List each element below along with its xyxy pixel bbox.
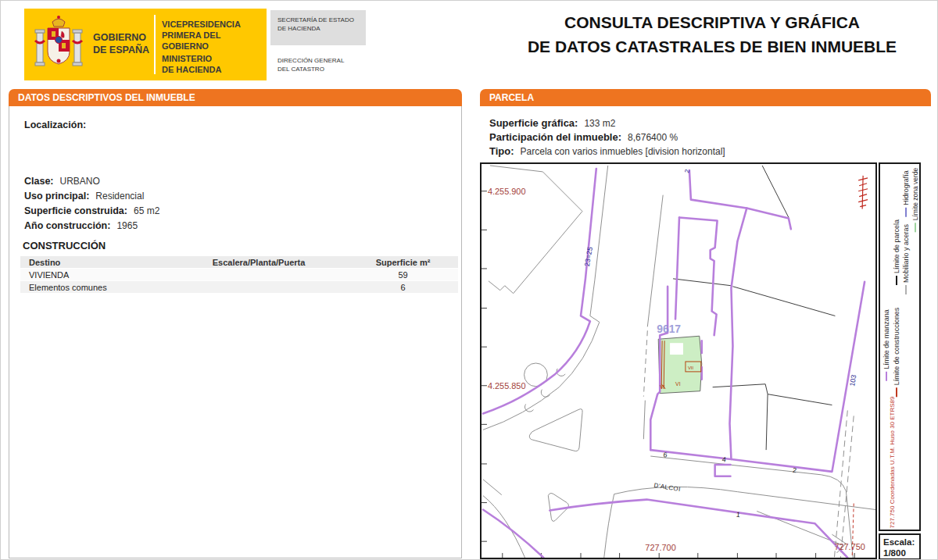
legend-item-zona-verde: Límite zona verde — [911, 168, 919, 233]
street-number-2: 2 — [793, 466, 797, 475]
field-uso-principal: Uso principal:Residencial — [24, 191, 144, 202]
survey-mark-icon — [858, 176, 868, 209]
field-tipo: Tipo:Parcela con varios inmuebles [divis… — [489, 145, 725, 157]
legend-item-construcciones: Límite de construcciones — [893, 308, 900, 398]
datos-descriptivos-header: DATOS DESCRIPTIVOS DEL INMUEBLE — [9, 89, 462, 106]
coord-label-east1: 727.700 — [645, 543, 675, 552]
field-superficie-grafica: Superficie gráfica:133 m2 — [489, 117, 615, 129]
field-superficie-construida: Superficie construida:65 m2 — [24, 205, 159, 216]
parcel-number-label: 9617 — [657, 323, 681, 335]
col-escalera: Escalera/Planta/Puerta — [169, 258, 349, 267]
construccion-section-title: CONSTRUCCIÓN — [23, 240, 106, 251]
parcela-header: PARCELA — [480, 89, 931, 106]
street-name-label: D'ALCOI — [653, 482, 681, 493]
logo-divider — [154, 15, 156, 74]
gobierno-espana-label: GOBIERNO DE ESPAÑA — [93, 31, 149, 56]
direccion-general-catastro-label: DIRECCIÓN GENERAL DEL CATASTRO — [277, 56, 344, 73]
ministerio-label: MINISTERIO DE HACIENDA — [162, 53, 221, 75]
street-number-labels: 6 4 2 1 — [663, 451, 797, 519]
legend-dash — [886, 372, 887, 381]
field-participacion: Participación del inmueble:8,676400 % — [489, 131, 678, 143]
localizacion-label: Localización: — [24, 119, 86, 130]
legend-item-manzana: Límite de manzana — [883, 309, 890, 381]
unit-label-vi: VI — [675, 381, 681, 387]
spain-coat-of-arms-icon — [34, 14, 84, 75]
vicepresidencia-label: VICEPRESIDENCIA PRIMERA DEL GOBIERNO — [162, 19, 267, 52]
cadastral-map: 4.255.900 4.255.850 727.700 727.750 9617… — [480, 162, 877, 559]
legend-dash — [896, 387, 897, 397]
unit-label-vi2: VI — [660, 384, 665, 390]
legend-item-hidrografia: Hidrografía — [902, 170, 910, 217]
legend-utm-note: 727.750 Coordenadas U.T.M. Huso 30 ETRS8… — [889, 397, 896, 529]
legend-dash — [896, 276, 897, 285]
legend-dash — [905, 285, 907, 294]
coord-label-north2: 4.255.850 — [488, 381, 526, 391]
scale-value: 1/800 — [883, 548, 919, 558]
legend-item-limite-parcela: Límite de parcela — [893, 219, 900, 285]
map-legend: Límite de parcela Hidrografía Límite zon… — [879, 162, 921, 531]
unit-label-vii: VII — [688, 366, 694, 370]
parcel-courtyard — [670, 343, 683, 355]
road-label-23-25: 23=25 — [583, 246, 594, 266]
government-logo-block: GOBIERNO DE ESPAÑA VICEPRESIDENCIA PRIME… — [24, 9, 267, 80]
page-title: CONSULTA DESCRIPTIVA Y GRÁFICA DE DATOS … — [493, 10, 931, 59]
cadastral-document-page: GOBIERNO DE ESPAÑA VICEPRESIDENCIA PRIME… — [0, 0, 938, 560]
construccion-table: Destino Escalera/Planta/Puerta Superfici… — [20, 256, 458, 294]
legend-dash — [905, 208, 907, 217]
table-row: Elementos comunes 6 — [20, 281, 458, 294]
scale-label: Escala: — [883, 537, 919, 548]
street-number-4: 4 — [721, 455, 726, 464]
col-destino: Destino — [20, 258, 169, 267]
legend-dash — [915, 223, 916, 232]
coord-label-north1: 4.255.900 — [488, 187, 526, 196]
legend-item-mobiliario: Mobiliario y aceras — [902, 224, 910, 294]
datos-descriptivos-body — [9, 106, 462, 558]
field-ano-construccion: Año construcción:1965 — [24, 220, 138, 231]
street-number-1: 1 — [736, 510, 740, 519]
table-row: VIVIENDA 59 — [20, 269, 458, 281]
col-superficie: Superficie m² — [349, 258, 457, 267]
construccion-table-header: Destino Escalera/Planta/Puerta Superfici… — [20, 256, 458, 269]
secretaria-estado-block: SECRETARÍA DE ESTADO DE HACIENDA — [270, 10, 366, 45]
coord-label-east2: 727.750 — [834, 542, 865, 551]
road-label-103: 103 — [848, 374, 857, 387]
field-clase: Clase:URBANO — [24, 176, 100, 187]
scale-box: Escala: 1/800 — [879, 533, 921, 560]
